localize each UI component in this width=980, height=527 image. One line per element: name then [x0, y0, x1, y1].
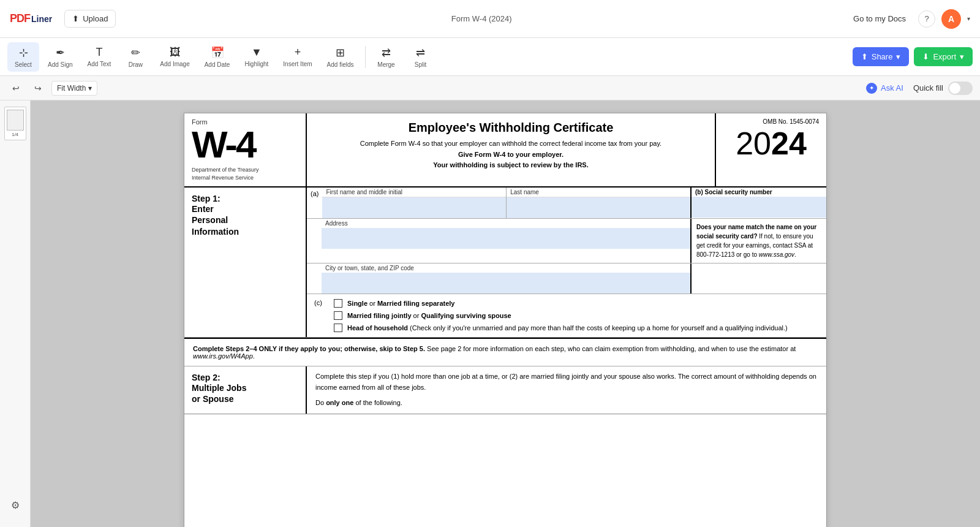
upload-icon: ⬆: [72, 14, 79, 23]
subtitle-line1: Complete Form W-4 so that your employer …: [360, 140, 662, 147]
w4-form: Form W-4 Department of the Treasury Inte…: [184, 113, 827, 527]
page-thumbnail[interactable]: 1/4: [4, 107, 26, 140]
checkbox-single-row: Single or Married filing separately: [334, 299, 788, 308]
select-icon: ⊹: [19, 46, 28, 59]
quick-fill-label: Quick fill: [913, 83, 943, 93]
step2-following-text: of the following.: [353, 399, 402, 406]
add-date-button[interactable]: 📅 Add Date: [198, 42, 236, 72]
add-fields-button[interactable]: ⊞ Add fields: [321, 42, 360, 72]
step2-content: Complete this step if you (1) hold more …: [307, 366, 826, 414]
form-header-right: OMB No. 1545-0074 2024: [716, 113, 826, 186]
last-name-input[interactable]: [507, 197, 690, 218]
add-sign-label: Add Sign: [48, 61, 73, 68]
ssn-note-spacer: [692, 264, 826, 294]
add-sign-button[interactable]: ✒ Add Sign: [42, 42, 79, 72]
ssn-note-end: .: [794, 251, 796, 258]
city-spacer: [307, 264, 322, 294]
insert-item-button[interactable]: + Insert Item: [277, 42, 318, 71]
ssn-input[interactable]: [692, 197, 826, 218]
merge-button[interactable]: ⇄ Merge: [371, 42, 402, 72]
address-row: Address Does your name match the name on…: [307, 219, 826, 264]
add-image-icon: 🖼: [170, 46, 181, 59]
export-icon: ⬇: [922, 52, 929, 61]
form-number: W-4: [192, 126, 298, 164]
step1-label: Step 1: EnterPersonalInformation: [184, 188, 307, 337]
checkboxes-section: (c) Single or Married filing separately …: [307, 294, 826, 337]
document-area[interactable]: Form W-4 Department of the Treasury Inte…: [31, 100, 980, 527]
main-content: 1/4 ⚙ Form W-4 Department of the Treasur…: [0, 100, 980, 527]
sidebar-settings-button[interactable]: ⚙: [6, 495, 25, 515]
dept-line2: Internal Revenue Service: [192, 175, 254, 181]
name-row: (a) First name and middle initial Last n…: [307, 188, 826, 219]
step2-paragraph1: Complete this step if you (1) hold more …: [315, 371, 818, 393]
toggle-knob: [949, 83, 960, 94]
steps-note-url: www.irs.gov/W4App: [193, 352, 253, 360]
checkbox-hoh[interactable]: [334, 324, 342, 332]
export-label: Export: [933, 52, 956, 61]
fit-width-dropdown[interactable]: Fit Width ▾: [51, 81, 97, 96]
export-button[interactable]: ⬇ Export ▾: [914, 47, 973, 66]
highlight-button[interactable]: ▼ Highlight: [238, 42, 274, 71]
insert-item-label: Insert Item: [283, 61, 312, 67]
left-sidebar: 1/4 ⚙: [0, 100, 31, 527]
add-fields-label: Add fields: [327, 61, 354, 68]
goto-docs-button[interactable]: Go to my Docs: [847, 10, 912, 27]
add-date-icon: 📅: [211, 46, 224, 59]
step2-name: Multiple Jobsor Spouse: [192, 382, 298, 404]
select-tool-button[interactable]: ⊹ Select: [7, 42, 39, 72]
logo-pdf: PDF: [10, 12, 30, 25]
year-display-light: 20: [736, 126, 771, 161]
split-icon: ⇌: [416, 46, 425, 59]
merge-icon: ⇄: [382, 46, 391, 59]
address-spacer: [307, 219, 322, 263]
form-subtitle: Complete Form W-4 so that your employer …: [319, 138, 703, 171]
upload-button[interactable]: ⬆ Upload: [64, 10, 116, 28]
add-text-icon: T: [96, 46, 102, 59]
city-input[interactable]: [322, 273, 690, 294]
address-header: Address: [322, 219, 690, 228]
checkbox-hoh-label: Head of household (Check only if you're …: [347, 324, 788, 332]
help-button[interactable]: ?: [918, 10, 935, 28]
ask-ai-button[interactable]: ✦ Ask AI: [861, 80, 908, 96]
steps-note-bold: Complete Steps 2–4 ONLY if they apply to…: [193, 345, 425, 352]
document-title: Form W-4 (2024): [451, 14, 512, 23]
form-title: Employee's Withholding Certificate: [319, 121, 703, 135]
address-column: Address: [322, 219, 692, 263]
form-header-center: Employee's Withholding Certificate Compl…: [307, 113, 716, 186]
checkbox-single[interactable]: [334, 299, 342, 308]
add-text-button[interactable]: T Add Text: [81, 42, 118, 71]
insert-item-icon: +: [295, 46, 301, 59]
thumb-page-image: [7, 110, 24, 131]
avatar-button[interactable]: A: [941, 9, 961, 29]
checkbox-hoh-row: Head of household (Check only if you're …: [334, 324, 788, 332]
split-button[interactable]: ⇌ Split: [405, 42, 437, 72]
add-sign-icon: ✒: [56, 46, 65, 59]
filing-status-options: Single or Married filing separately Marr…: [334, 299, 788, 332]
first-name-header: First name and middle initial: [322, 188, 506, 197]
share-label: Share: [872, 52, 893, 61]
address-input[interactable]: [322, 228, 690, 249]
form-dept: Department of the Treasury Internal Reve…: [192, 166, 298, 181]
share-button[interactable]: ⬆ Share ▾: [853, 47, 910, 66]
checkbox-married[interactable]: [334, 311, 342, 320]
first-name-input[interactable]: [322, 197, 506, 218]
step1-content: (a) First name and middle initial Last n…: [307, 188, 826, 337]
draw-icon: ✏: [131, 46, 140, 59]
step1-name: EnterPersonalInformation: [192, 203, 298, 237]
steps-note-end: .: [253, 352, 255, 360]
steps-note: Complete Steps 2–4 ONLY if they apply to…: [184, 338, 826, 366]
ask-ai-icon: ✦: [866, 83, 877, 94]
draw-button[interactable]: ✏ Draw: [119, 42, 151, 72]
undo-button[interactable]: ↩: [7, 80, 24, 97]
form-header-left: Form W-4 Department of the Treasury Inte…: [184, 113, 307, 186]
share-dropdown-arrow[interactable]: ▾: [896, 52, 900, 61]
redo-button[interactable]: ↪: [29, 80, 47, 97]
add-image-label: Add Image: [160, 61, 189, 67]
merge-label: Merge: [377, 61, 394, 68]
city-column: City or town, state, and ZIP code: [322, 264, 692, 294]
quick-fill-toggle[interactable]: [948, 82, 973, 95]
step1-section: Step 1: EnterPersonalInformation (a) Fir…: [184, 188, 826, 338]
export-dropdown-arrow[interactable]: ▾: [960, 52, 964, 61]
add-image-button[interactable]: 🖼 Add Image: [154, 42, 195, 71]
avatar-dropdown-arrow[interactable]: ▾: [967, 15, 970, 22]
